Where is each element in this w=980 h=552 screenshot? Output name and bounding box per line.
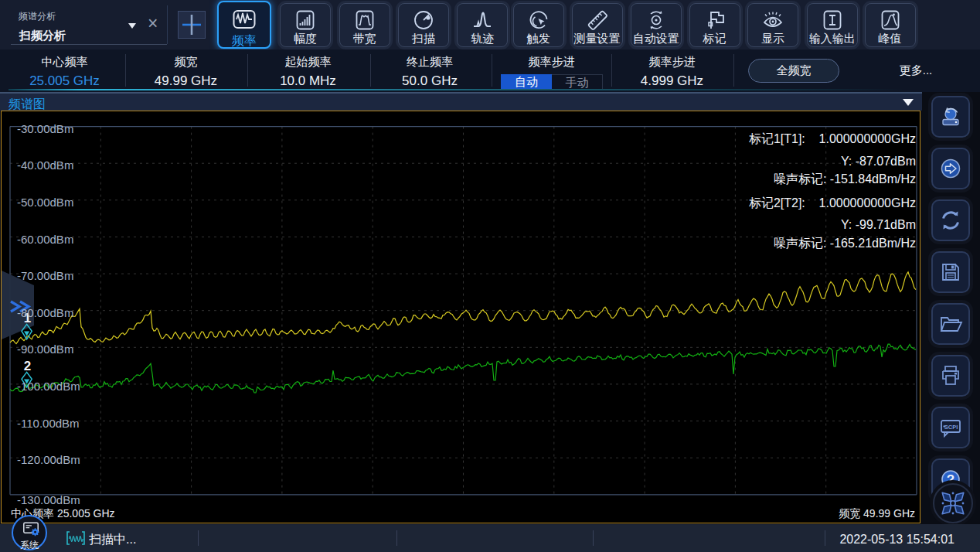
svg-text:2: 2	[24, 359, 31, 373]
svg-text:SCPI: SCPI	[944, 424, 958, 431]
